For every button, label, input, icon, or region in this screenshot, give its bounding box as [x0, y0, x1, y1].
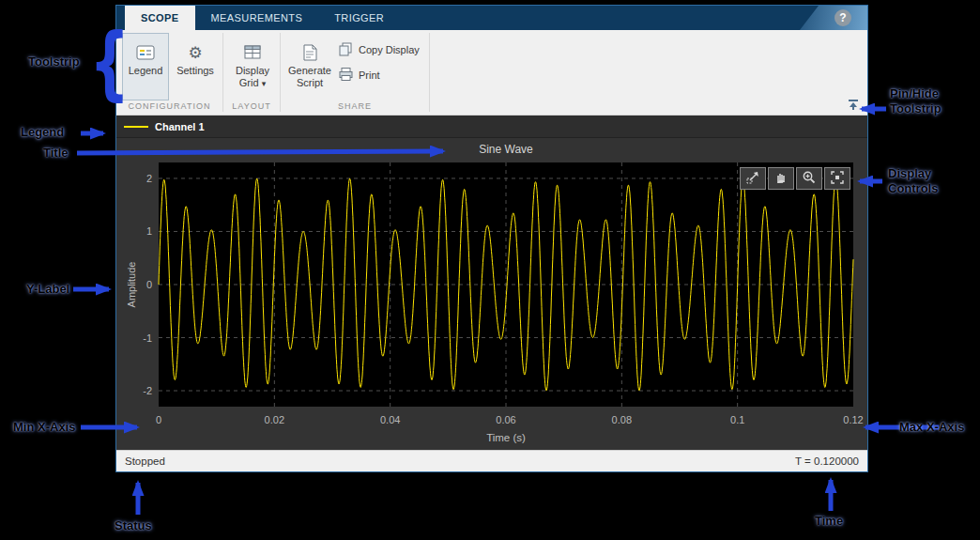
- annotation-display-controls-label: Display Controls: [888, 166, 948, 196]
- svg-text:0.1: 0.1: [730, 414, 744, 425]
- toolstrip: Legend ⚙ Settings CONFIGURATION: [116, 30, 867, 116]
- toolstrip-brace: {: [89, 15, 130, 109]
- annotation-min-x-axis-label: Min X-Axis: [13, 420, 75, 435]
- pin-toolstrip-icon: [846, 100, 861, 114]
- scope-plot[interactable]: 00.020.040.060.080.10.12210-1-2: [116, 154, 869, 436]
- expand-axes-button[interactable]: [740, 167, 766, 190]
- legend-bar[interactable]: Channel 1: [116, 116, 867, 138]
- pan-button[interactable]: [768, 167, 794, 190]
- section-label-layout: LAYOUT: [223, 100, 280, 115]
- share-small-buttons: Copy Display Print: [336, 33, 425, 100]
- generate-script-button[interactable]: Generate Script: [286, 33, 333, 100]
- svg-text:-1: -1: [143, 332, 152, 344]
- dropdown-caret-icon: ▾: [262, 79, 267, 88]
- settings-button-label: Settings: [172, 65, 219, 77]
- svg-text:0: 0: [156, 414, 161, 425]
- status-text: Stopped: [125, 455, 165, 467]
- status-bar: Stopped T = 0.120000: [116, 450, 867, 471]
- section-label-configuration: CONFIGURATION: [116, 100, 222, 115]
- fit-to-view-button[interactable]: [824, 167, 850, 190]
- generate-script-button-label: Generate Script: [286, 65, 333, 89]
- tabbar-accent-band: [800, 6, 867, 30]
- section-configuration: Legend ⚙ Settings CONFIGURATION: [116, 30, 222, 115]
- annotation-status-label: Status: [115, 518, 152, 533]
- annotation-toolstrip-label: Toolstrip: [28, 54, 80, 69]
- tab-trigger[interactable]: TRIGGER: [318, 6, 400, 30]
- settings-button[interactable]: ⚙ Settings: [172, 33, 219, 100]
- zoom-in-icon: [802, 170, 817, 188]
- toolstrip-tabbar: SCOPE MEASUREMENTS TRIGGER ?: [116, 6, 867, 30]
- annotated-scope-screenshot: SCOPE MEASUREMENTS TRIGGER ?: [0, 0, 980, 540]
- svg-text:0.02: 0.02: [265, 414, 284, 425]
- scope-display: Channel 1 Sine Wave 00.020.040.060.080.1…: [116, 116, 867, 450]
- annotation-ylabel-label: Y-Label: [26, 282, 69, 297]
- section-layout: Display Grid ▾ LAYOUT: [223, 30, 280, 115]
- zoom-in-button[interactable]: [796, 167, 822, 190]
- svg-text:-2: -2: [143, 385, 152, 396]
- x-axis-label: Time (s): [159, 432, 853, 443]
- svg-text:0.12: 0.12: [843, 414, 863, 425]
- print-label: Print: [359, 69, 380, 81]
- help-button[interactable]: ?: [835, 9, 851, 26]
- annotation-title-label: Title: [43, 146, 69, 161]
- svg-text:0.06: 0.06: [496, 414, 515, 425]
- time-readout: T = 0.120000: [795, 455, 859, 467]
- annotation-legend-label: Legend: [21, 125, 64, 140]
- expand-axes-icon: [745, 170, 760, 188]
- pin-toolstrip-button[interactable]: [845, 99, 862, 112]
- tab-measurements[interactable]: MEASUREMENTS: [195, 6, 319, 30]
- display-grid-icon: [242, 40, 263, 65]
- legend-icon: [135, 40, 156, 65]
- section-label-share: SHARE: [281, 100, 429, 115]
- y-axis-label: Amplitude: [126, 262, 137, 308]
- svg-text:0.08: 0.08: [612, 414, 632, 425]
- copy-display-label: Copy Display: [359, 44, 420, 55]
- display-controls-toolbar: [740, 167, 850, 190]
- copy-display-icon: [338, 41, 354, 58]
- channel1-line-sample: [124, 126, 148, 128]
- settings-gear-icon: ⚙: [188, 40, 202, 65]
- toolstrip-divider: [429, 33, 430, 112]
- print-icon: [338, 67, 354, 84]
- svg-text:2: 2: [146, 173, 152, 184]
- tab-scope[interactable]: SCOPE: [125, 6, 195, 30]
- pan-hand-icon: [773, 170, 789, 188]
- section-share: Generate Script Copy Display: [281, 30, 429, 115]
- display-grid-button-label: Display Grid ▾: [229, 65, 276, 90]
- channel1-legend-label: Channel 1: [155, 121, 205, 132]
- fit-to-view-icon: [830, 170, 845, 188]
- copy-display-button[interactable]: Copy Display: [336, 39, 425, 60]
- generate-script-icon: [299, 40, 320, 65]
- svg-text:1: 1: [146, 225, 152, 237]
- display-grid-button[interactable]: Display Grid ▾: [229, 33, 276, 100]
- scope-window: SCOPE MEASUREMENTS TRIGGER ?: [115, 5, 868, 472]
- annotation-time-label: Time: [815, 514, 843, 529]
- annotation-max-x-axis-label: Max X-Axis: [899, 420, 974, 435]
- annotation-pin-hide-label: Pin/Hide Toolstrip: [890, 86, 950, 116]
- svg-text:0: 0: [146, 279, 152, 290]
- print-button[interactable]: Print: [336, 65, 425, 85]
- svg-text:0.04: 0.04: [380, 414, 400, 425]
